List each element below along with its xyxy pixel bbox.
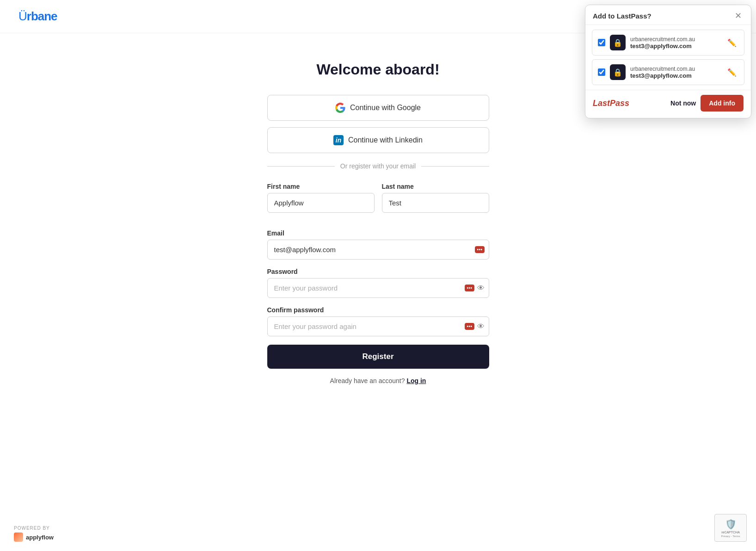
page-title: Welcome aboard! — [316, 61, 439, 78]
email-icons: ••• — [475, 246, 484, 253]
password-input[interactable] — [267, 278, 489, 298]
lastpass-edit-button-2[interactable]: ✏️ — [725, 66, 738, 79]
lastpass-item-2: 🔒 urbanerecruitment.com.au test3@applyfl… — [592, 59, 744, 85]
last-name-input[interactable] — [382, 193, 489, 213]
password-group: Password ••• 👁 — [267, 268, 489, 298]
last-name-label: Last name — [382, 183, 489, 190]
lastpass-confirm-icon[interactable]: ••• — [465, 323, 474, 330]
google-signin-button[interactable]: Continue with Google — [267, 95, 489, 121]
already-text: Already have an account? — [330, 377, 405, 384]
recaptcha-icon: 🛡️ — [725, 519, 737, 530]
lastpass-title: Add to LastPass? — [593, 12, 652, 20]
password-toggle-icon[interactable]: 👁 — [477, 284, 485, 292]
footer: POWERED BY applyflow — [14, 526, 54, 542]
applyflow-brand: applyflow — [26, 534, 54, 541]
recaptcha-text: reCAPTCHA — [721, 531, 740, 534]
form-container: Continue with Google in Continue with Li… — [267, 95, 489, 384]
linkedin-signin-button[interactable]: in Continue with Linkedin — [267, 127, 489, 153]
first-name-label: First name — [267, 183, 375, 190]
lastpass-item: 🔒 urbanerecruitment.com.au test3@applyfl… — [592, 30, 744, 56]
lastpass-password-icon[interactable]: ••• — [465, 285, 474, 291]
password-icons: ••• 👁 — [465, 284, 484, 292]
register-label: Register — [362, 352, 393, 361]
google-btn-label: Continue with Google — [350, 104, 421, 112]
password-label: Password — [267, 268, 489, 275]
applyflow-icon — [14, 532, 23, 542]
confirm-label: Confirm password — [267, 306, 489, 314]
name-row: First name Last name — [267, 183, 489, 221]
lastpass-autofill-icon[interactable]: ••• — [475, 246, 484, 253]
applyflow-logo: applyflow — [14, 532, 54, 542]
lastpass-edit-button-1[interactable]: ✏️ — [725, 37, 738, 49]
powered-by-text: POWERED BY — [14, 526, 54, 531]
email-group: Email ••• — [267, 229, 489, 260]
lastpass-footer: LastPass Not now Add info — [585, 90, 751, 118]
first-name-group: First name — [267, 183, 375, 213]
lastpass-items: 🔒 urbanerecruitment.com.au test3@applyfl… — [585, 25, 751, 90]
lastpass-close-button[interactable]: ✕ — [733, 12, 744, 20]
confirm-input[interactable] — [267, 316, 489, 336]
brand-logo: Ürbane — [18, 9, 57, 24]
divider: Or register with your email — [267, 162, 489, 170]
lastpass-lock-icon-1: 🔒 — [610, 35, 626, 50]
lastpass-email-1: test3@applyflow.com — [630, 43, 721, 50]
email-input-wrapper: ••• — [267, 240, 489, 260]
email-input[interactable] — [267, 240, 489, 260]
divider-text: Or register with your email — [340, 162, 416, 170]
recaptcha-badge: 🛡️ reCAPTCHA Privacy - Terms — [714, 514, 747, 542]
lastpass-domain-2: urbanerecruitment.com.au — [630, 66, 721, 72]
lastpass-brand: LastPass — [593, 99, 629, 108]
google-icon — [335, 103, 345, 113]
first-name-input[interactable] — [267, 193, 375, 213]
lastpass-popup: Add to LastPass? ✕ 🔒 urbanerecruitment.c… — [585, 5, 751, 118]
lastpass-header: Add to LastPass? ✕ — [585, 5, 751, 25]
last-name-group: Last name — [382, 183, 489, 213]
confirm-password-group: Confirm password ••• 👁 — [267, 306, 489, 336]
login-link[interactable]: Log in — [406, 377, 426, 384]
lastpass-item-info-1: urbanerecruitment.com.au test3@applyflow… — [630, 36, 721, 50]
lastpass-item-checkbox-1[interactable] — [598, 39, 605, 46]
lastpass-item-info-2: urbanerecruitment.com.au test3@applyflow… — [630, 66, 721, 79]
email-label: Email — [267, 229, 489, 237]
recaptcha-subtext: Privacy - Terms — [721, 535, 740, 538]
lastpass-item-checkbox-2[interactable] — [598, 68, 605, 76]
confirm-icons: ••• 👁 — [465, 322, 484, 331]
lastpass-domain-1: urbanerecruitment.com.au — [630, 36, 721, 43]
lastpass-not-now-button[interactable]: Not now — [670, 99, 696, 107]
linkedin-icon: in — [333, 135, 344, 145]
linkedin-btn-label: Continue with Linkedin — [348, 136, 423, 144]
login-prompt: Already have an account? Log in — [267, 377, 489, 384]
brand-name: rbane — [27, 9, 57, 23]
lastpass-add-info-button[interactable]: Add info — [701, 95, 744, 111]
confirm-toggle-icon[interactable]: 👁 — [477, 322, 485, 331]
lastpass-email-2: test3@applyflow.com — [630, 72, 721, 79]
lastpass-footer-actions: Not now Add info — [670, 95, 744, 111]
password-input-wrapper: ••• 👁 — [267, 278, 489, 298]
lastpass-lock-icon-2: 🔒 — [610, 64, 626, 80]
confirm-input-wrapper: ••• 👁 — [267, 316, 489, 336]
register-button[interactable]: Register — [267, 345, 489, 369]
